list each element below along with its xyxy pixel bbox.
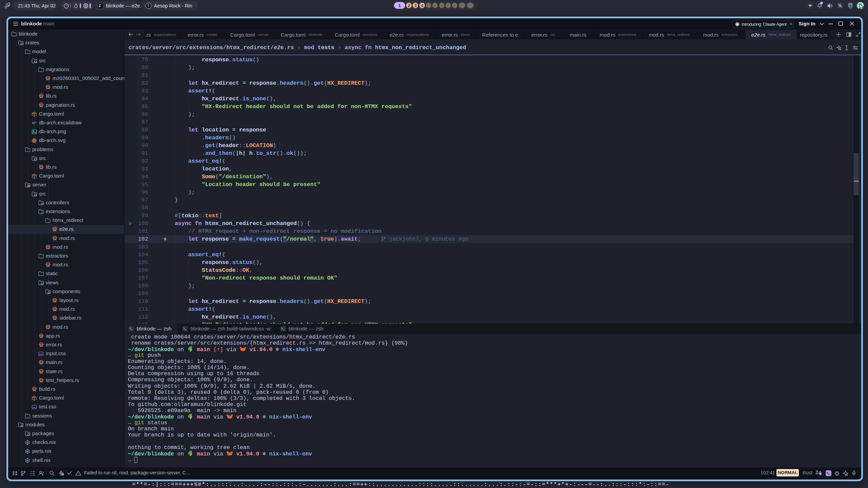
svg-text:css: css <box>39 353 42 355</box>
svg-text:css: css <box>33 406 36 408</box>
